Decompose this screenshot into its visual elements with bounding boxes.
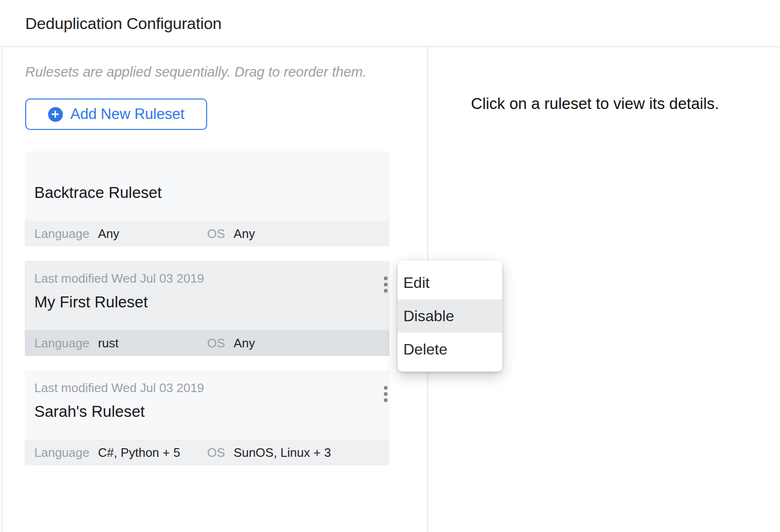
kebab-vertical-icon <box>384 386 388 402</box>
language-value: Any <box>98 227 120 241</box>
ruleset-title: Backtrace Ruleset <box>34 183 162 203</box>
os-value: Any <box>234 227 255 241</box>
os-value: SunOS, Linux + 3 <box>234 445 331 460</box>
ruleset-card-sarahs[interactable]: Last modified Wed Jul 03 2019 Sarah's Ru… <box>25 370 390 465</box>
kebab-dot <box>384 386 388 390</box>
language-label: Language <box>34 227 90 241</box>
os-field: OS Any <box>207 227 390 241</box>
ruleset-last-modified: Last modified Wed Jul 03 2019 <box>34 380 204 395</box>
context-menu-item-disable[interactable]: Disable <box>398 299 502 333</box>
ruleset-card-backtrace[interactable]: Backtrace Ruleset Language Any OS Any <box>25 151 390 246</box>
os-value: Any <box>234 336 255 351</box>
kebab-dot <box>384 283 388 286</box>
os-label: OS <box>207 445 225 460</box>
language-value: C#, Python + 5 <box>98 445 180 460</box>
add-new-ruleset-button[interactable]: Add New Ruleset <box>25 99 207 130</box>
ruleset-title: My First Ruleset <box>34 292 148 312</box>
kebab-dot <box>384 392 388 396</box>
reorder-note: Rulesets are applied sequentially. Drag … <box>25 64 367 80</box>
ruleset-card-my-first[interactable]: Last modified Wed Jul 03 2019 My First R… <box>25 261 390 356</box>
context-menu-item-delete[interactable]: Delete <box>398 333 502 366</box>
os-label: OS <box>207 227 225 241</box>
os-label: OS <box>207 336 225 351</box>
context-menu-item-edit[interactable]: Edit <box>398 266 502 299</box>
kebab-vertical-icon <box>384 276 388 293</box>
kebab-dot <box>384 276 388 280</box>
ruleset-card-footer: Language Any OS Any <box>25 221 390 246</box>
ruleset-card-footer: Language rust OS Any <box>25 330 390 356</box>
language-field: Language C#, Python + 5 <box>25 445 207 460</box>
plus-icon <box>48 107 63 122</box>
os-field: OS Any <box>207 336 390 351</box>
language-label: Language <box>34 336 90 351</box>
ruleset-last-modified: Last modified Wed Jul 03 2019 <box>34 271 204 286</box>
more-options-button[interactable] <box>382 270 390 299</box>
os-field: OS SunOS, Linux + 3 <box>207 445 390 460</box>
add-new-ruleset-label: Add New Ruleset <box>70 106 185 123</box>
ruleset-title: Sarah's Ruleset <box>34 402 145 422</box>
more-options-button[interactable] <box>382 380 390 408</box>
ruleset-card-footer: Language C#, Python + 5 OS SunOS, Linux … <box>25 440 390 465</box>
detail-placeholder-text: Click on a ruleset to view its details. <box>428 95 762 113</box>
kebab-dot <box>384 398 388 402</box>
language-field: Language Any <box>25 227 207 241</box>
language-label: Language <box>34 445 90 460</box>
rulesets-panel: Rulesets are applied sequentially. Drag … <box>2 47 427 532</box>
context-menu: Edit Disable Delete <box>398 260 502 372</box>
language-value: rust <box>98 336 119 351</box>
page-title: Deduplication Configuration <box>25 13 221 33</box>
language-field: Language rust <box>25 336 207 351</box>
kebab-dot <box>384 289 388 293</box>
page-header: Deduplication Configuration <box>0 0 780 47</box>
